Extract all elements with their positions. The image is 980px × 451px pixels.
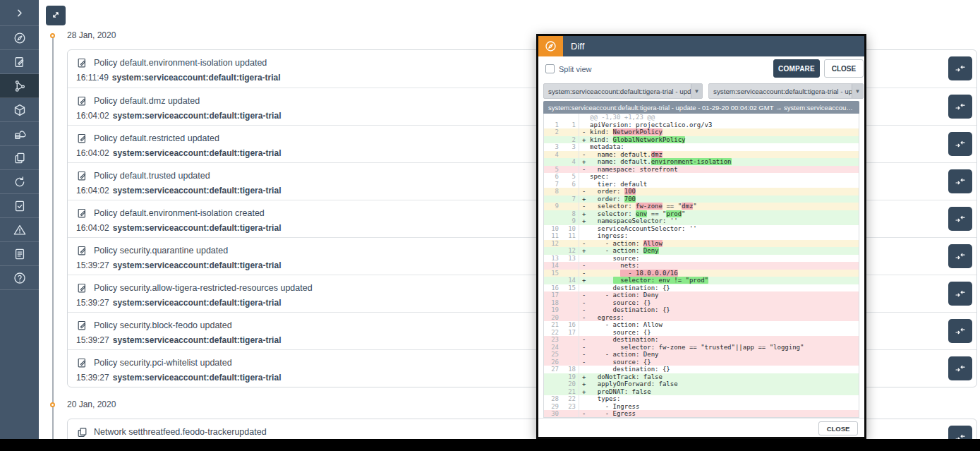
split-view-control: Split view — [545, 64, 591, 73]
modal-title: Diff — [571, 41, 584, 52]
network-copy-icon — [76, 426, 88, 438]
open-diff-button[interactable] — [948, 356, 972, 380]
policy-edit-icon — [76, 320, 88, 332]
diff-line: 1313 source: — [544, 255, 859, 263]
right-revision-select[interactable]: system:serviceaccount:default:tigera-tri… — [708, 83, 864, 99]
compare-icon — [955, 101, 966, 112]
open-diff-button[interactable] — [948, 95, 972, 119]
event-user: system:serviceaccount:default:tigera-tri… — [113, 260, 282, 270]
footer-close-button[interactable]: CLOSE — [818, 421, 858, 435]
compare-button[interactable]: COMPARE — [773, 59, 820, 78]
diff-line: 2217 source: {} — [544, 329, 859, 337]
copy-icon — [13, 151, 27, 165]
policy-edit-icon — [76, 357, 88, 369]
diff-line: 5- namespace: storefront — [544, 166, 859, 174]
diff-line: 17- - action: Deny — [544, 291, 859, 299]
bottom-bar — [0, 439, 980, 451]
open-diff-button[interactable] — [948, 132, 972, 156]
event-title: Policy security.quarantine updated — [94, 246, 228, 255]
chevron-down-icon: ▼ — [852, 84, 863, 98]
document-check-icon — [13, 199, 27, 213]
diff-line: 7+ order: 700 — [544, 196, 859, 203]
diff-line: 8+ selector: env == "prod" — [544, 210, 859, 218]
open-diff-button[interactable] — [948, 244, 972, 268]
diff-line: 19- destination: {} — [544, 306, 859, 314]
event-title: Policy default.dmz updated — [94, 96, 200, 106]
left-revision-select[interactable]: system:serviceaccount:default:tigera-tri… — [543, 83, 703, 99]
diff-line: 24- selector: fw-zone == "trusted"||app … — [544, 344, 859, 351]
diff-modal-header: Diff — [538, 36, 864, 56]
event-time: 16:11:49 — [76, 73, 109, 83]
sidebar-item-report[interactable] — [0, 242, 39, 266]
policy-edit-icon — [76, 57, 88, 69]
diff-line: 1615 destination: {} — [544, 284, 859, 292]
event-title: Policy default.environment-isolation cre… — [94, 208, 265, 218]
sidebar-item-cloud-stack[interactable] — [0, 122, 39, 146]
compare-icon — [955, 363, 966, 374]
event-time: 15:39:27 — [76, 335, 109, 345]
open-diff-button[interactable] — [948, 207, 972, 231]
warning-icon — [13, 223, 27, 237]
sidebar-item-cube[interactable] — [0, 98, 39, 122]
event-title: Policy default.environment-isolation upd… — [94, 58, 267, 68]
compass-icon — [13, 31, 27, 45]
open-diff-button[interactable] — [948, 319, 972, 343]
event-title: Policy default.trusted updated — [94, 171, 210, 181]
event-time: 16:04:02 — [76, 148, 109, 158]
sidebar-item-chevron-right[interactable] — [0, 0, 39, 26]
diff-content[interactable]: @@ -1,30 +1,23 @@11apiVersion: projectca… — [543, 114, 859, 418]
chevron-right-icon — [14, 8, 25, 18]
right-revision-value: system:serviceaccount:default:tigera-tri… — [709, 88, 852, 95]
close-button[interactable]: CLOSE — [824, 59, 864, 78]
sidebar-item-refresh[interactable] — [0, 170, 39, 194]
sidebar-item-copy[interactable] — [0, 146, 39, 170]
chevron-down-icon: ▼ — [691, 84, 702, 98]
expand-timeline-button[interactable] — [46, 6, 66, 25]
event-time: 15:39:27 — [76, 260, 109, 270]
compare-icon — [955, 325, 966, 337]
policy-edit-icon — [76, 133, 88, 145]
event-user: system:serviceaccount:default:tigera-tri… — [113, 335, 282, 345]
event-title: Policy security.block-feodo updated — [94, 320, 232, 330]
flow-icon — [13, 79, 27, 93]
diff-line: 18- source: {} — [544, 299, 859, 307]
diff-line: 2923 - Ingress — [544, 403, 859, 411]
open-diff-button[interactable] — [948, 282, 972, 306]
timeline-dot-icon — [50, 33, 55, 38]
sidebar-item-help[interactable] — [0, 266, 39, 290]
sidebar-item-document-check[interactable] — [0, 194, 39, 218]
diff-line: 20- egress: — [544, 314, 859, 322]
diff-line: 65spec: — [544, 173, 859, 181]
event-title: Policy security.pci-whitelist updated — [94, 358, 232, 368]
open-diff-button[interactable] — [948, 56, 972, 80]
diff-line: 30- - Egress — [544, 410, 859, 418]
timeline-dot-icon — [50, 402, 55, 407]
app-root: 28 Jan, 2020Policy default.environment-i… — [0, 0, 980, 451]
date-label: 28 Jan, 2020 — [67, 30, 116, 40]
diff-line: 76 tier: default — [544, 181, 859, 188]
refresh-icon — [13, 175, 27, 189]
diff-line: 1010 serviceAccountSelector: '' — [544, 225, 859, 233]
event-user: system:serviceaccount:default:tigera-tri… — [113, 373, 282, 383]
diff-modal-footer: CLOSE — [538, 418, 864, 437]
split-view-label: Split view — [559, 65, 591, 73]
event-user: system:serviceaccount:default:tigera-tri… — [113, 223, 282, 233]
diff-line: 4- name: default.dmz — [544, 151, 859, 159]
compare-icon — [955, 176, 966, 187]
open-diff-button[interactable] — [948, 169, 972, 193]
document-edit-icon — [13, 55, 27, 69]
sidebar-item-flow[interactable] — [0, 74, 39, 98]
compare-icon — [955, 213, 966, 224]
diff-line: 14+ selector: env != "prod" — [544, 277, 859, 284]
diff-line: @@ -1,30 +1,23 @@ — [544, 114, 859, 121]
policy-edit-icon — [76, 208, 88, 220]
sidebar-item-document-edit[interactable] — [0, 50, 39, 74]
sidebar — [0, 0, 39, 439]
cloud-stack-icon — [13, 127, 27, 141]
event-title: Policy default.restricted updated — [94, 133, 219, 143]
sidebar-item-compass[interactable] — [0, 26, 39, 50]
report-icon — [13, 247, 27, 261]
split-view-checkbox[interactable] — [545, 64, 555, 73]
sidebar-item-warning[interactable] — [0, 218, 39, 242]
policy-edit-icon — [76, 170, 88, 182]
